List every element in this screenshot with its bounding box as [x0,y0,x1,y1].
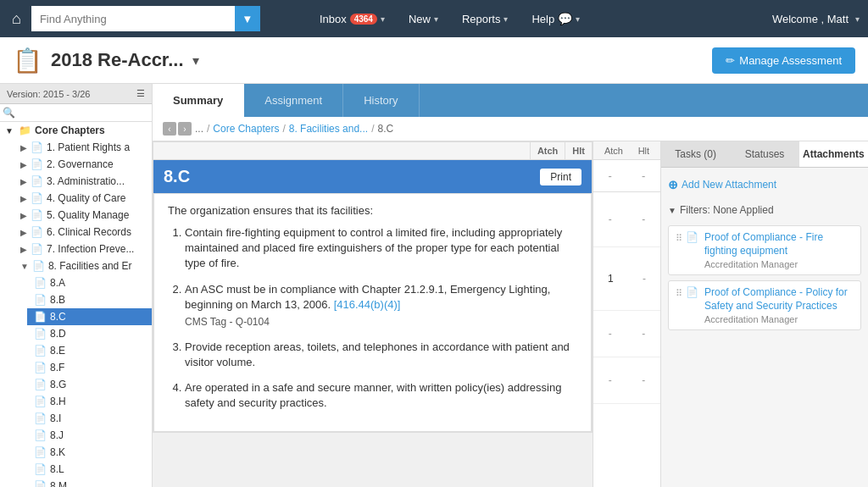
right-tab-tasks[interactable]: Tasks (0) [661,141,730,167]
version-label: Version: 2015 - 3/26 [7,89,90,99]
welcome-caret-icon[interactable]: ▾ [855,14,860,24]
sidebar-item-ch2[interactable]: ▶ 📄 2. Governance [14,156,152,173]
home-icon[interactable]: ⌂ [8,7,25,31]
sidebar-item-8i[interactable]: 📄 8.I [27,410,152,427]
attachment-2-title[interactable]: Proof of Compliance - Policy for Safety … [704,286,854,313]
breadcrumb-core-chapters[interactable]: Core Chapters [213,123,279,135]
reports-nav-item[interactable]: Reports ▾ [452,8,519,30]
help-chat-icon: 💬 [558,12,572,25]
core-chapters-expand-icon[interactable]: ▼ [3,125,15,136]
add-attachment-button[interactable]: ⊕ Add New Attachment [668,174,861,195]
cms-tag: CMS Tag - Q-0104 [185,315,577,329]
8i-label: 8.I [50,412,61,424]
filters-label: Filters: None Applied [680,204,774,216]
right-tab-statuses[interactable]: Statuses [730,141,798,167]
new-nav-item[interactable]: New ▾ [398,8,448,30]
search-dropdown-button[interactable]: ▼ [235,6,260,31]
inbox-caret-icon: ▾ [381,14,385,24]
search-input[interactable] [31,6,235,31]
breadcrumb-next-button[interactable]: › [178,122,192,136]
cms-link[interactable]: [416.44(b)(4)] [334,298,401,311]
8k-label: 8.K [50,446,65,458]
sidebar-item-ch5[interactable]: ▶ 📄 5. Quality Manage [14,207,152,224]
sidebar-item-ch1[interactable]: ▶ 📄 1. Patient Rights a [14,139,152,156]
sidebar-item-8d[interactable]: 📄 8.D [27,325,152,342]
8l-label: 8.L [50,463,64,475]
ch1-arrow-icon: ▶ [20,143,27,152]
sidebar-item-8f[interactable]: 📄 8.F [27,359,152,376]
add-attachment-label: Add New Attachment [682,179,776,191]
8e-doc-icon: 📄 [34,345,47,357]
sidebar-item-8j[interactable]: 📄 8.J [27,427,152,444]
header-hlt-val: - [642,169,645,182]
ch2-label: 2. Governance [47,158,114,170]
sidebar-item-ch4[interactable]: ▶ 📄 4. Quality of Care [14,190,152,207]
8a-label: 8.A [50,277,65,289]
tab-history-label: History [364,94,398,107]
attachment-2-doc-icon: 📄 [686,286,698,298]
standard-intro-row: The organization ensures that its facili… [153,194,593,433]
item2-hlt-val: - [643,273,646,285]
item3-atch-val: - [609,328,612,340]
sidebar-search-icon[interactable]: 🔍 [3,107,15,119]
filters-row: ▼ Filters: None Applied [668,202,861,219]
right-tab-tasks-label: Tasks (0) [675,148,716,160]
ch8-arrow-icon: ▼ [20,262,29,271]
sidebar-item-8c[interactable]: 📄 8.C [27,308,152,325]
right-tab-attachments[interactable]: Attachments [799,141,868,167]
list-item-2: An ASC must be in compliance with Chapte… [185,282,577,329]
core-chapters-group: ▼ 📁 Core Chapters [0,122,152,139]
sidebar-item-8b[interactable]: 📄 8.B [27,291,152,308]
tab-assignment[interactable]: Assignment [244,84,343,117]
sidebar-toggle-icon[interactable]: ☰ [136,88,145,99]
ch8-sub-items: 📄 8.A 📄 8.B 📄 8.C 📄 8.D [27,274,152,487]
inbox-nav-item[interactable]: Inbox 4364 ▾ [309,8,395,30]
top-navigation: ⌂ ▼ Inbox 4364 ▾ New ▾ Reports ▾ Help 💬 … [0,0,868,37]
list-item-1-text: Contain fire-fighting equipment to contr… [185,226,562,269]
sidebar-item-ch3[interactable]: ▶ 📄 3. Administratio... [14,173,152,190]
sidebar-item-8e[interactable]: 📄 8.E [27,342,152,359]
content-body: Atch Hlt 8.C Print [153,141,868,487]
header-atch-val: - [609,169,612,182]
sidebar-item-ch7[interactable]: ▶ 📄 7. Infection Preve... [14,241,152,257]
ch3-doc-icon: 📄 [31,175,43,187]
manage-assessment-button[interactable]: ✏ Manage Assessment [712,47,855,74]
document-icon: 📋 [13,47,42,75]
sidebar-item-8l[interactable]: 📄 8.L [27,461,152,478]
help-nav-item[interactable]: Help 💬 ▾ [521,7,590,30]
title-dropdown-icon[interactable]: ▾ [192,53,199,69]
attachment-1-title[interactable]: Proof of Compliance - Fire fighting equi… [704,231,854,257]
tab-summary[interactable]: Summary [153,84,244,117]
8b-label: 8.B [50,294,65,306]
core-chapters-children: ▶ 📄 1. Patient Rights a ▶ 📄 2. Governanc… [14,139,152,487]
breadcrumb-chapter8[interactable]: 8. Facilities and... [289,123,368,135]
filters-caret-icon[interactable]: ▼ [668,206,676,215]
tab-assignment-label: Assignment [264,94,322,107]
breadcrumb: ‹ › ... / Core Chapters / 8. Facilities … [153,117,868,141]
attachment-1-author: Accreditation Manager [704,259,854,269]
inbox-label: Inbox [320,13,347,25]
new-label: New [409,13,431,25]
8g-label: 8.G [50,379,66,390]
standard-number: 8.C [164,167,190,186]
sidebar-item-8g[interactable]: 📄 8.G [27,376,152,393]
item1-hlt-val: - [642,213,645,225]
breadcrumb-prev-button[interactable]: ‹ [163,122,176,136]
left-sidebar: Version: 2015 - 3/26 ☰ 🔍 ▼ 📁 Core Chapte… [0,84,153,487]
sidebar-item-8h[interactable]: 📄 8.H [27,393,152,410]
item2-atch-val: 1 [608,273,614,285]
print-button[interactable]: Print [540,169,581,185]
list-item-1: Contain fire-fighting equipment to contr… [185,225,577,272]
sidebar-item-8a[interactable]: 📄 8.A [27,274,152,291]
version-bar: Version: 2015 - 3/26 ☰ [0,84,152,104]
attachment-2-drag-icon[interactable]: ⠿ [676,288,682,299]
ch1-label: 1. Patient Rights a [47,141,130,153]
attachment-1-drag-icon[interactable]: ⠿ [676,233,682,244]
sidebar-item-ch8[interactable]: ▼ 📄 8. Facilities and Er [14,257,152,274]
8g-doc-icon: 📄 [34,379,47,390]
help-caret-icon: ▾ [576,14,580,24]
tab-history[interactable]: History [343,84,419,117]
sidebar-item-8k[interactable]: 📄 8.K [27,444,152,461]
sidebar-item-ch6[interactable]: ▶ 📄 6. Clinical Records [14,224,152,241]
sidebar-item-8m[interactable]: 📄 8.M [27,478,152,487]
